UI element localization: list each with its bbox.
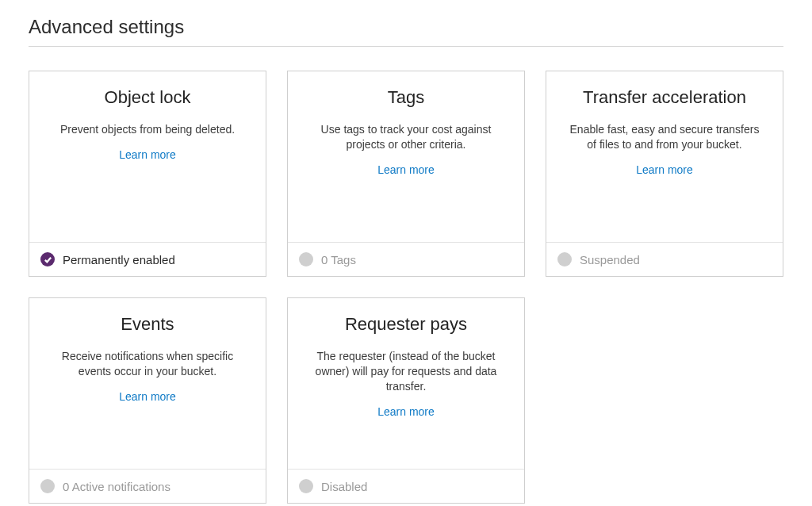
status-dot-icon <box>299 479 313 493</box>
card-title: Events <box>121 314 174 335</box>
status-dot-icon <box>40 479 55 493</box>
card-description: Prevent objects from being deleted. <box>56 122 239 137</box>
card-title: Requester pays <box>345 314 467 335</box>
card-transfer-acceleration[interactable]: Transfer acceleration Enable fast, easy … <box>546 71 783 277</box>
card-body: Tags Use tags to track your cost against… <box>288 71 524 242</box>
status-label: Permanently enabled <box>63 253 175 266</box>
card-description: Enable fast, easy and secure transfers o… <box>561 122 768 152</box>
check-icon <box>40 252 55 266</box>
card-object-lock[interactable]: Object lock Prevent objects from being d… <box>29 71 266 277</box>
learn-more-link[interactable]: Learn more <box>119 148 176 161</box>
card-description: Receive notifications when specific even… <box>44 349 251 379</box>
card-title: Transfer acceleration <box>583 87 746 108</box>
status-label: 0 Tags <box>321 253 356 266</box>
card-body: Events Receive notifications when specif… <box>29 298 266 469</box>
card-body: Object lock Prevent objects from being d… <box>29 71 266 242</box>
learn-more-link[interactable]: Learn more <box>377 405 435 418</box>
card-events[interactable]: Events Receive notifications when specif… <box>29 297 266 504</box>
learn-more-link[interactable]: Learn more <box>377 163 435 176</box>
card-title: Tags <box>388 87 424 108</box>
status-label: Disabled <box>321 480 367 493</box>
card-title: Object lock <box>105 87 191 108</box>
card-footer: Permanently enabled <box>29 242 266 276</box>
section-title: Advanced settings <box>29 16 783 47</box>
card-footer: 0 Tags <box>288 242 524 276</box>
status-label: 0 Active notifications <box>63 480 170 493</box>
card-description: The requester (instead of the bucket own… <box>302 349 510 394</box>
status-label: Suspended <box>580 253 640 266</box>
card-footer: 0 Active notifications <box>29 469 266 503</box>
card-tags[interactable]: Tags Use tags to track your cost against… <box>287 71 525 277</box>
card-grid: Object lock Prevent objects from being d… <box>29 71 783 504</box>
card-footer: Disabled <box>288 469 524 503</box>
learn-more-link[interactable]: Learn more <box>636 163 693 176</box>
card-body: Requester pays The requester (instead of… <box>288 298 524 469</box>
card-requester-pays[interactable]: Requester pays The requester (instead of… <box>287 297 525 504</box>
status-dot-icon <box>299 252 313 266</box>
card-description: Use tags to track your cost against proj… <box>302 122 510 152</box>
status-dot-icon <box>557 252 572 266</box>
learn-more-link[interactable]: Learn more <box>119 390 176 403</box>
card-footer: Suspended <box>546 242 783 276</box>
card-body: Transfer acceleration Enable fast, easy … <box>546 71 783 242</box>
